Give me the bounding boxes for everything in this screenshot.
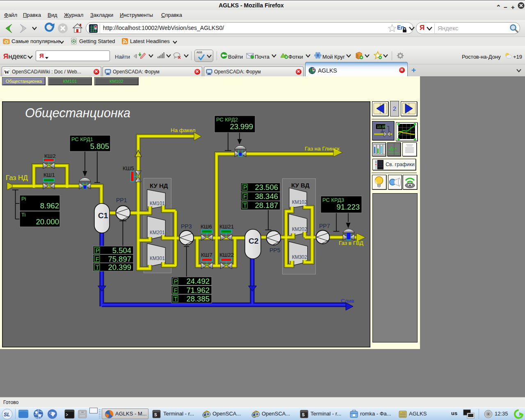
svg-text:SL: SL: [4, 412, 10, 418]
svg-text:23.506: 23.506: [255, 183, 278, 192]
svg-text:Газ на Глинск: Газ на Глинск: [305, 146, 340, 152]
svg-text:КШ5: КШ5: [123, 165, 134, 171]
svg-text:Слив: Слив: [341, 298, 354, 304]
svg-text:КУ НД: КУ НД: [150, 182, 168, 189]
svg-text:20.000: 20.000: [36, 217, 59, 226]
svg-text:На факел: На факел: [171, 127, 196, 133]
svg-text:S: S: [302, 413, 305, 417]
svg-text:КМ202: КМ202: [292, 226, 307, 232]
svg-text:T: T: [243, 202, 247, 209]
svg-text:РС КРД2: РС КРД2: [216, 116, 238, 123]
svg-text:C2: C2: [249, 237, 258, 245]
svg-text:КМ201: КМ201: [150, 230, 165, 235]
svg-text:38.346: 38.346: [255, 192, 278, 201]
svg-text:КШ21: КШ21: [219, 224, 234, 230]
svg-text:РС КРД1: РС КРД1: [71, 136, 93, 142]
svg-text:Ti: Ti: [21, 212, 25, 218]
svg-text:КМ102: КМ102: [292, 199, 307, 205]
svg-text:Общестанционка: Общестанционка: [25, 106, 130, 120]
svg-text:КМ301: КМ301: [150, 256, 165, 261]
svg-text:Pi: Pi: [21, 196, 26, 202]
svg-text:КУ ВД: КУ ВД: [291, 182, 310, 189]
svg-text:P: P: [174, 278, 178, 285]
svg-text:F: F: [243, 193, 247, 200]
svg-text:5.805: 5.805: [90, 142, 109, 151]
svg-text:КШ7: КШ7: [201, 252, 212, 258]
svg-text:Газ в ГВД: Газ в ГВД: [339, 240, 363, 246]
svg-text:РР3: РР3: [181, 223, 192, 230]
svg-text:F: F: [174, 287, 178, 294]
svg-text:28.187: 28.187: [255, 201, 278, 210]
svg-text:P: P: [243, 184, 247, 191]
svg-text:F: F: [96, 256, 99, 262]
svg-text:75.897: 75.897: [108, 255, 131, 263]
svg-text:РР1: РР1: [116, 197, 127, 203]
svg-text:C1: C1: [98, 211, 108, 220]
svg-text:РР7: РР7: [319, 223, 330, 229]
svg-text:T: T: [96, 264, 99, 271]
svg-text:71.962: 71.962: [186, 286, 210, 294]
svg-text:5.504: 5.504: [112, 246, 131, 255]
svg-text:РР5: РР5: [269, 247, 281, 253]
svg-text:Газ НД: Газ НД: [6, 174, 28, 182]
svg-text:S: S: [154, 413, 157, 417]
svg-text:91.223: 91.223: [336, 203, 360, 211]
svg-text:W: W: [4, 69, 9, 75]
svg-text:24.492: 24.492: [186, 277, 210, 285]
svg-text:КШ1: КШ1: [43, 172, 55, 178]
svg-text:20.399: 20.399: [108, 263, 131, 272]
svg-text:T: T: [174, 296, 178, 302]
svg-text:КШ2: КШ2: [44, 153, 56, 159]
svg-text:23.999: 23.999: [230, 122, 253, 131]
svg-text:10.95: 10.95: [377, 125, 386, 129]
svg-text:P: P: [96, 247, 99, 254]
svg-text:РС КРД3: РС КРД3: [322, 197, 344, 203]
svg-text:8.962: 8.962: [40, 201, 59, 210]
svg-text:КМ101: КМ101: [150, 201, 165, 206]
svg-text:28.385: 28.385: [186, 294, 210, 303]
svg-text:КШ22: КШ22: [219, 252, 234, 258]
svg-text:КШ6: КШ6: [201, 224, 212, 230]
svg-text:КМ302: КМ302: [292, 254, 307, 260]
